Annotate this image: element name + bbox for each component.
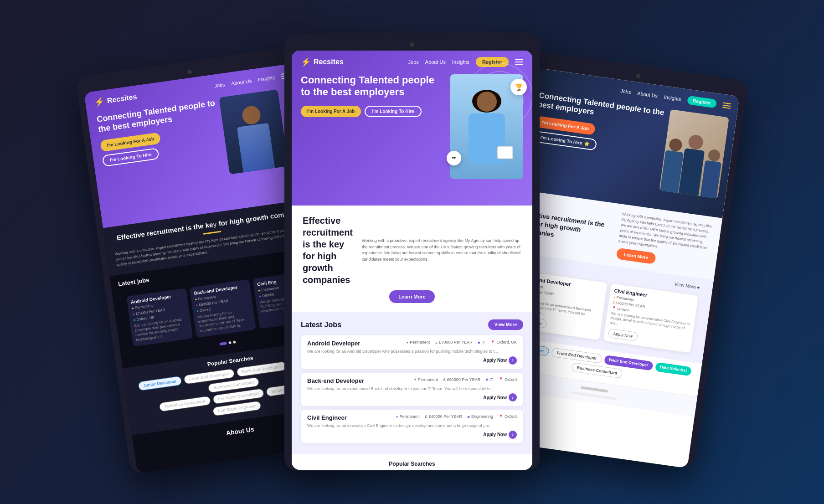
tag-junior-dev-left[interactable]: Junior Developer	[138, 376, 182, 391]
logo-left: ⚡ Recsites	[94, 92, 138, 108]
badge-dots-center: ••	[447, 151, 461, 165]
nav-insights-left[interactable]: Insights	[258, 75, 275, 82]
job-civil-location: 📍 Oxford	[499, 414, 517, 419]
jobs-title-center: Latest Jobs	[301, 321, 341, 329]
hero-btns-center: I'm Looking For A Job I'm Looking To Hir…	[301, 106, 446, 117]
hero-text-right: Connecting Talented people to the best e…	[532, 91, 666, 159]
section-right-center: Working with a proactive, expert recruit…	[362, 238, 521, 267]
job-android-salary: £ £70000 Per YEAR	[435, 340, 472, 345]
jobs-title-left: Latest jobs	[118, 276, 149, 287]
logo-icon-center: ⚡	[301, 57, 311, 67]
job-android-title: Android Developer	[307, 340, 360, 347]
job-android-category: ■ IT	[478, 340, 485, 345]
job-backend-apply[interactable]: Apply Now ›	[307, 393, 517, 401]
tag-backend-left[interactable]: Back End Developer	[236, 361, 287, 377]
popular-section-center: Popular Searches Junior Developer Front …	[292, 454, 532, 470]
site-content-center: ⚡ Recsites Jobs About Us Insights Regist…	[292, 51, 532, 470]
job-civil-category: ■ Engineering	[468, 414, 493, 419]
hero-center: ⚡ Recsites Jobs About Us Insights Regist…	[292, 51, 532, 206]
section-title-big-center: Effective recruitment is the key for hig…	[303, 215, 353, 286]
apply-arrow-android: ›	[509, 356, 517, 365]
hero-image-right	[659, 109, 729, 199]
hero-body-center: Connecting Talented people to the best e…	[301, 74, 523, 179]
job-android-type: ● Permanent	[406, 340, 430, 345]
badge-emoji-center: 🏆	[510, 79, 527, 95]
job-card-civil: Civil Engineer ● Permanent £ £40000 Per …	[301, 410, 523, 443]
job-card-civil-top: Civil Engineer ● Permanent £ £40000 Per …	[307, 414, 517, 421]
nav-about-left[interactable]: About Us	[231, 78, 252, 86]
section-body-right: Working with a proactive, expert recruit…	[616, 211, 713, 272]
job-civil-title: Civil Engineer	[307, 414, 347, 421]
job-civil-type: ● Permanent	[396, 414, 420, 419]
nav-jobs-right[interactable]: Jobs	[620, 88, 632, 95]
btn-looking-hire-center[interactable]: I'm Looking To Hire	[365, 106, 421, 117]
btn-learn-more-center[interactable]: Learn More	[389, 290, 434, 303]
btn-learn-more-right[interactable]: Learn More	[616, 247, 656, 264]
section-text-center: Effective recruitment is the key for hig…	[303, 215, 353, 290]
nav-jobs-center[interactable]: Jobs	[408, 59, 419, 65]
job-backend-salary: £ £60000 Per YEAR	[443, 377, 480, 382]
job-civil-meta: ● Permanent £ £40000 Per YEAR ■ Engineer…	[396, 414, 517, 419]
tag-data-right[interactable]: Data Scientist	[655, 362, 692, 376]
nav-about-right[interactable]: About Us	[637, 90, 658, 98]
job-backend-meta: ● Permanent £ £60000 Per YEAR ■ IT 📍 Oxf…	[414, 377, 517, 382]
nav-jobs-left[interactable]: Jobs	[214, 82, 226, 88]
nav-register-right[interactable]: Register	[687, 96, 717, 108]
job-civil-salary: £ £40000 Per YEAR	[425, 414, 462, 419]
apply-arrow-civil: ›	[509, 431, 517, 439]
tablet-center-screen: ⚡ Recsites Jobs About Us Insights Regist…	[292, 51, 532, 470]
hero-body-right: Connecting Talented people to the best e…	[528, 91, 729, 199]
btn-apply-civil-right[interactable]: Apply Now	[608, 329, 638, 342]
job-card-android: Android Developer ● Permanent £ £70000 P…	[301, 335, 523, 369]
jobs-section-center: Latest Jobs View More Android Developer …	[292, 312, 532, 454]
logo-text-left: Recsites	[107, 93, 138, 105]
job-card-android-top: Android Developer ● Permanent £ £70000 P…	[307, 340, 517, 347]
job-card-backend: Back-end Developer ● Permanent £ £60000 …	[301, 373, 523, 406]
section-two-col-center: Effective recruitment is the key for hig…	[303, 215, 521, 290]
logo-text-center: Recsites	[314, 58, 344, 66]
job-android-apply[interactable]: Apply Now ›	[307, 356, 517, 365]
job-backend-desc: We are looking for an experienced Back-e…	[307, 386, 517, 392]
job-backend-location: 📍 Oxford	[499, 377, 517, 382]
dot-2	[228, 341, 232, 345]
job-grid-backend: Back-end Developer ● Permanent ● £80000 …	[190, 279, 256, 338]
btn-view-more-center[interactable]: View More	[488, 319, 523, 330]
hero-text-center: Connecting Talented people to the best e…	[301, 74, 446, 117]
camera-center	[410, 42, 414, 47]
tablet-center: ⚡ Recsites Jobs About Us Insights Regist…	[284, 33, 540, 471]
job-card-civil-right: Civil Engineer ● Permanent £ £40000 Per …	[603, 283, 699, 353]
job-android-desc: We are looking for an Android Developer …	[307, 349, 517, 355]
dot-1	[219, 342, 227, 345]
job-backend-title: Back-end Developer	[307, 377, 364, 384]
job-android-location: 📍 Oxford, UK	[490, 340, 517, 345]
camera-left	[187, 69, 192, 74]
camera-right	[636, 74, 641, 79]
section-mid-center: Effective recruitment is the key for hig…	[292, 206, 532, 312]
job-grid-android: Android Developer ● Permanent ● £70000 P…	[126, 288, 193, 347]
hamburger-right[interactable]	[722, 102, 731, 108]
nav-links-left: Jobs About Us Insights	[214, 72, 290, 88]
hero-image-center: 🏆 ••	[450, 74, 523, 179]
jobs-header-center: Latest Jobs View More	[301, 319, 523, 330]
apply-arrow-backend: ›	[509, 393, 517, 401]
job-civil-desc: We are looking for an innovative Civil E…	[307, 423, 517, 429]
tag-frontend-right[interactable]: Front End Developer	[551, 348, 602, 364]
job-backend-type: ● Permanent	[414, 377, 438, 382]
section-body-center: Working with a proactive, expert recruit…	[362, 238, 521, 262]
hero-text-left: Connecting Talented people to the best e…	[96, 98, 221, 167]
nav-about-center[interactable]: About Us	[425, 59, 446, 65]
logo-center: ⚡ Recsites	[301, 57, 344, 67]
btn-looking-job-center[interactable]: I'm Looking For A Job	[301, 106, 361, 117]
logo-icon-left: ⚡	[94, 96, 105, 108]
job-backend-category: ■ IT	[486, 377, 493, 382]
hero-title-center: Connecting Talented people to the best e…	[301, 74, 446, 98]
job-android-meta: ● Permanent £ £70000 Per YEAR ■ IT 📍 Oxf…	[406, 340, 517, 345]
nav-insights-right[interactable]: Insights	[664, 94, 681, 102]
job-card-backend-top: Back-end Developer ● Permanent £ £60000 …	[307, 377, 517, 384]
popular-title-center: Popular Searches	[301, 461, 523, 467]
job-civil-apply[interactable]: Apply Now ›	[307, 431, 517, 439]
dot-3	[233, 340, 236, 344]
